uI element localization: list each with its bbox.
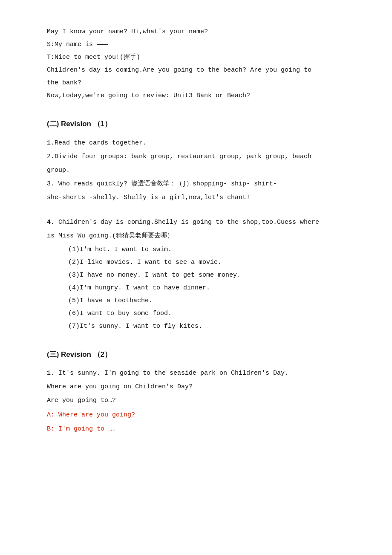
item4-line2: is Miss Wu going.(猜猜吴老师要去哪） xyxy=(47,230,354,243)
intro-line-2: S:My name is ——— xyxy=(47,38,354,51)
section-heading-3: (三) Revision （2） xyxy=(47,348,354,361)
revision1-item3b: she-shorts -shelly. Shelly is a girl,now… xyxy=(47,191,354,204)
intro-block: May I know your name? Hi,what's your nam… xyxy=(47,26,354,102)
sub-item-6: (6)I want to buy some food. xyxy=(47,307,354,320)
intro-line-6: Now,today,we're going to review: Unit3 B… xyxy=(47,90,354,102)
section-heading-2: (二) Revision （1） xyxy=(47,118,354,131)
item4-bold-num: 4. xyxy=(47,219,55,226)
item4-text: Children's day is coming.Shelly is going… xyxy=(55,219,319,226)
revision2-item1c: Are you going to…? xyxy=(47,394,354,407)
section-item4: 4. Children's day is coming.Shelly is go… xyxy=(47,216,354,333)
sub-item-1: (1)I'm hot. I want to swim. xyxy=(47,243,354,256)
revision2-item1b: Where are you going on Children's Day? xyxy=(47,381,354,393)
sub-item-7: (7)It's sunny. I want to fly kites. xyxy=(47,320,354,333)
revision1-item1: 1.Read the cards together. xyxy=(47,137,354,150)
sub-item-3: (3)I have no money. I want to get some m… xyxy=(47,269,354,282)
intro-line-4: Children's day is coming.Are you going t… xyxy=(47,64,354,77)
revision2-item1a: 1. It's sunny. I'm going to the seaside … xyxy=(47,367,354,380)
dialog-b: B: I'm going to …. xyxy=(47,422,354,436)
dialog-a: A: Where are you going? xyxy=(47,408,354,422)
intro-line-1: May I know your name? Hi,what's your nam… xyxy=(47,26,354,38)
revision1-item3a: 3. Who reads quickly? 渗透语音教学：（∫）shopping… xyxy=(47,178,354,191)
revision1-item2b: group. xyxy=(47,164,354,177)
sub-item-5: (5)I have a toothache. xyxy=(47,295,354,307)
section-revision-2: (三) Revision （2） 1. It's sunny. I'm goin… xyxy=(47,348,354,436)
sub-item-2: (2)I like movies. I want to see a movie. xyxy=(47,256,354,269)
sub-item-4: (4)I'm hungry. I want to have dinner. xyxy=(47,282,354,295)
intro-line-5: the bank? xyxy=(47,77,354,90)
item4-line1: 4. Children's day is coming.Shelly is go… xyxy=(47,216,354,229)
section-revision-1: (二) Revision （1） 1.Read the cards togeth… xyxy=(47,118,354,204)
intro-line-3: T:Nice to meet you!(握手) xyxy=(47,51,354,64)
revision1-item2a: 2.Divide four groups: bank group, restau… xyxy=(47,150,354,163)
